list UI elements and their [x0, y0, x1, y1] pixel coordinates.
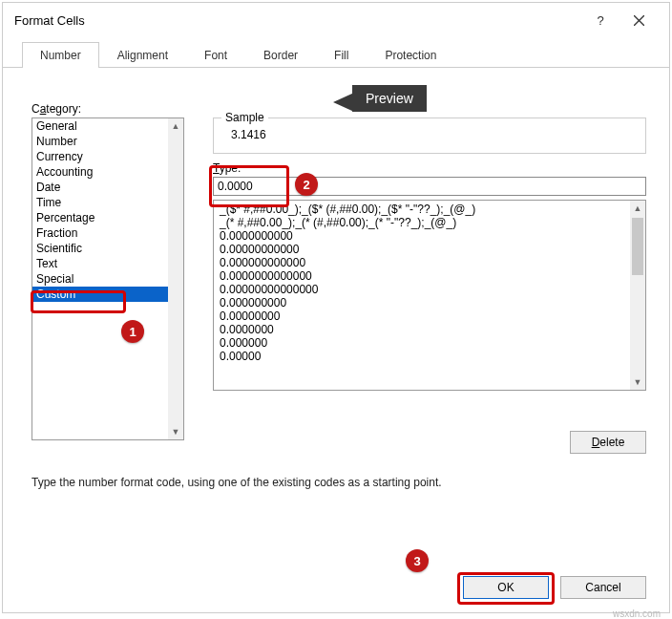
- category-item-text[interactable]: Text: [32, 256, 168, 271]
- format-item[interactable]: _($* #,##0.00_);_($* (#,##0.00);_($* "-"…: [218, 203, 626, 216]
- category-item-number[interactable]: Number: [32, 134, 168, 149]
- category-item-general[interactable]: General: [32, 118, 168, 134]
- scroll-down-icon[interactable]: ▼: [630, 374, 645, 390]
- type-input[interactable]: [213, 177, 646, 196]
- format-cells-dialog: Format Cells ? Number Alignment Font Bor…: [2, 2, 670, 613]
- close-button[interactable]: [620, 6, 658, 34]
- sample-legend: Sample: [221, 111, 268, 124]
- format-item[interactable]: 0.00000000000: [218, 243, 626, 256]
- category-item-custom[interactable]: Custom: [32, 287, 168, 302]
- dialog-title: Format Cells: [14, 13, 581, 28]
- delete-button[interactable]: Delete: [570, 431, 646, 454]
- close-icon: [634, 15, 644, 26]
- ok-button[interactable]: OK: [463, 576, 549, 599]
- format-item[interactable]: 0.000000: [218, 336, 626, 350]
- category-item-time[interactable]: Time: [32, 195, 168, 210]
- tab-number[interactable]: Number: [22, 42, 99, 68]
- help-button[interactable]: ?: [581, 6, 620, 34]
- format-item[interactable]: 0.00000000: [218, 310, 626, 323]
- category-label: Category:: [32, 102, 194, 116]
- category-label-post: tegory:: [46, 102, 81, 116]
- cancel-button[interactable]: Cancel: [560, 576, 646, 599]
- info-text: Type the number format code, using one o…: [32, 476, 442, 489]
- format-item[interactable]: 0.000000000000: [218, 256, 626, 269]
- format-item[interactable]: 0.0000000: [218, 323, 626, 336]
- tab-alignment[interactable]: Alignment: [99, 42, 186, 68]
- format-item[interactable]: 0.0000000000000: [218, 269, 626, 283]
- format-item[interactable]: _(* #,##0.00_);_(* (#,##0.00);_(* "-"??_…: [218, 216, 626, 229]
- tab-font[interactable]: Font: [186, 42, 245, 68]
- scroll-up-icon[interactable]: ▲: [630, 201, 645, 216]
- category-item-scientific[interactable]: Scientific: [32, 241, 168, 256]
- right-pane: Sample 3.1416 Type: _($* #,##0.00_);_($*…: [213, 117, 646, 391]
- type-label: Type:: [213, 161, 646, 175]
- category-list[interactable]: GeneralNumberCurrencyAccountingDateTimeP…: [32, 117, 184, 440]
- tab-protection[interactable]: Protection: [367, 42, 454, 68]
- scrollbar-thumb[interactable]: [632, 218, 643, 275]
- category-scrollbar[interactable]: ▲ ▼: [168, 118, 183, 439]
- tab-fill[interactable]: Fill: [316, 42, 367, 68]
- category-item-fraction[interactable]: Fraction: [32, 225, 168, 241]
- category-item-date[interactable]: Date: [32, 180, 168, 195]
- scroll-down-icon[interactable]: ▼: [168, 424, 183, 439]
- annotation-preview-arrow: [333, 93, 354, 112]
- type-label-post: ype:: [220, 161, 242, 175]
- category-label-pre: C: [32, 102, 40, 116]
- dialog-button-row: OK Cancel: [463, 576, 646, 599]
- category-panel: Category: GeneralNumberCurrencyAccountin…: [32, 102, 194, 440]
- sample-group: Sample 3.1416: [213, 117, 646, 154]
- category-item-currency[interactable]: Currency: [32, 149, 168, 164]
- format-item[interactable]: 0.00000: [218, 350, 626, 363]
- format-scrollbar[interactable]: ▲ ▼: [630, 201, 645, 390]
- sample-value: 3.1416: [227, 128, 632, 141]
- tab-bar: Number Alignment Font Border Fill Protec…: [3, 37, 669, 68]
- category-item-accounting[interactable]: Accounting: [32, 164, 168, 180]
- titlebar: Format Cells ?: [3, 3, 669, 37]
- type-label-underline: T: [213, 161, 220, 175]
- annotation-preview-label: Preview: [352, 85, 427, 112]
- category-item-percentage[interactable]: Percentage: [32, 210, 168, 225]
- format-item[interactable]: 0.0000000000: [218, 229, 626, 243]
- format-code-list[interactable]: _($* #,##0.00_);_($* (#,##0.00);_($* "-"…: [213, 200, 646, 391]
- category-item-special[interactable]: Special: [32, 271, 168, 287]
- scroll-up-icon[interactable]: ▲: [168, 118, 183, 134]
- annotation-number-3: 3: [406, 549, 429, 572]
- format-item[interactable]: 0.000000000: [218, 296, 626, 310]
- delete-label: Delete: [592, 436, 625, 449]
- format-item[interactable]: 0.00000000000000: [218, 283, 626, 296]
- tab-border[interactable]: Border: [245, 42, 316, 68]
